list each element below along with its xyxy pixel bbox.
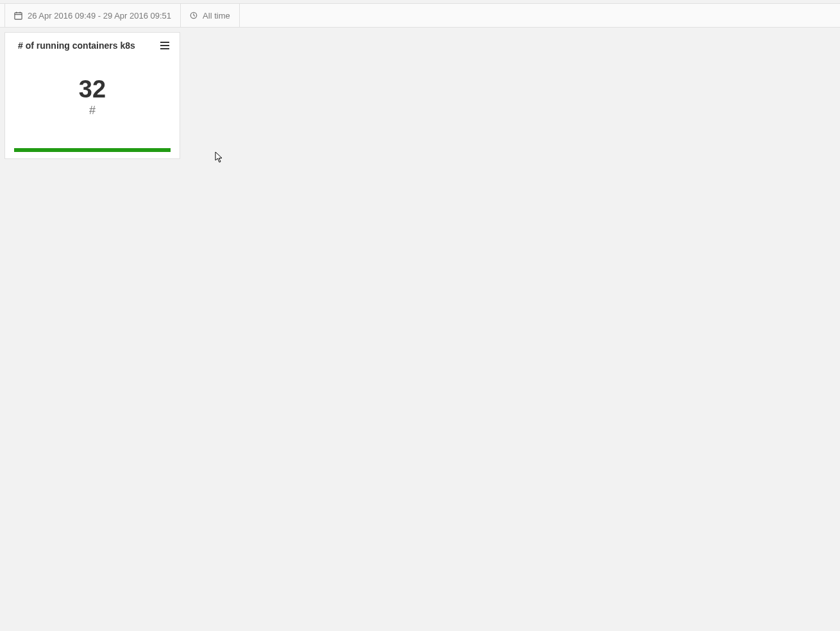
all-time-label: All time [203, 11, 230, 21]
date-range-label: 26 Apr 2016 09:49 - 29 Apr 2016 09:51 [28, 11, 171, 21]
metric-widget[interactable]: # of running containers k8s 32 # [4, 32, 180, 159]
date-range-picker[interactable]: 26 Apr 2016 09:49 - 29 Apr 2016 09:51 [4, 4, 181, 27]
widget-title: # of running containers k8s [18, 40, 135, 51]
metric-unit: # [89, 104, 96, 117]
metric-value: 32 [79, 77, 106, 101]
calendar-icon [14, 12, 22, 20]
svg-rect-0 [15, 12, 22, 19]
hamburger-icon[interactable] [158, 39, 172, 52]
status-bar [14, 148, 171, 152]
svg-line-6 [194, 15, 195, 16]
clock-icon [190, 12, 197, 19]
widget-body: 32 # [5, 52, 180, 148]
widget-header: # of running containers k8s [5, 33, 180, 52]
toolbar: 26 Apr 2016 09:49 - 29 Apr 2016 09:51 Al… [0, 3, 840, 28]
dashboard-area: # of running containers k8s 32 # [0, 28, 840, 164]
all-time-button[interactable]: All time [181, 4, 240, 27]
